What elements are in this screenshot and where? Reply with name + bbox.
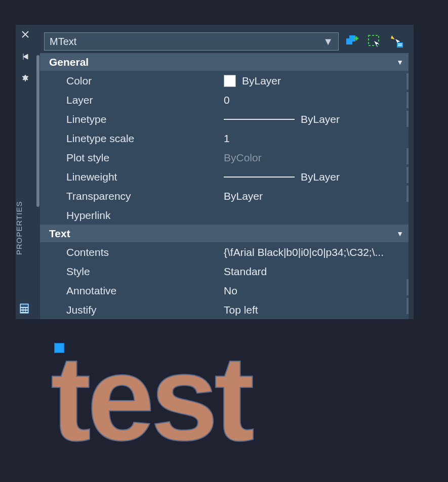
property-value[interactable]: ByLayer	[223, 113, 409, 125]
property-value[interactable]: 1	[223, 133, 409, 145]
svg-rect-3	[397, 42, 403, 48]
property-row[interactable]: Lineweight ByLayer	[40, 167, 409, 186]
property-value[interactable]: ByLayer	[223, 190, 409, 202]
group-title: Text	[49, 228, 70, 240]
group-general: Color ByLayer Layer 0 Linetype ByLayer L…	[40, 71, 409, 225]
group-header-general[interactable]: General ▼	[40, 53, 409, 71]
property-label: Layer	[40, 94, 223, 106]
property-value-text: 1	[224, 133, 230, 145]
property-value[interactable]: 0	[223, 94, 409, 106]
quick-select-icon[interactable]	[388, 33, 405, 50]
object-type-selector[interactable]: MText ▼	[44, 32, 339, 51]
svg-rect-5	[21, 304, 28, 307]
settings-icon[interactable]	[20, 73, 31, 84]
object-type-label: MText	[50, 36, 76, 48]
property-label: Justify	[40, 304, 223, 316]
property-value-text: 0	[224, 94, 230, 106]
palette-sidebar	[16, 25, 35, 319]
property-row[interactable]: Annotative No	[40, 281, 409, 300]
svg-rect-7	[23, 308, 25, 310]
property-row[interactable]: Linetype scale 1	[40, 128, 409, 148]
property-row[interactable]: Contents {\fArial Black|b0|i0|c0|p34;\C3…	[40, 242, 409, 261]
pickadd-icon[interactable]	[344, 33, 361, 50]
property-row[interactable]: Style Standard	[40, 261, 409, 281]
panel-body: MText ▼	[40, 30, 409, 319]
property-row[interactable]: Plot style ByColor	[40, 148, 409, 167]
property-value-text: Top left	[224, 304, 258, 316]
scrollbar[interactable]	[36, 55, 39, 207]
property-label: Plot style	[40, 152, 223, 164]
group-title: General	[49, 56, 89, 68]
svg-rect-10	[23, 311, 25, 312]
property-row[interactable]: Layer 0	[40, 90, 409, 109]
property-value-text: ByLayer	[224, 190, 263, 202]
property-value[interactable]: Top left	[223, 304, 409, 316]
chevron-down-icon: ▼	[323, 36, 333, 48]
property-value[interactable]: No	[223, 285, 409, 297]
property-label: Transparency	[40, 190, 223, 202]
quickcalc-icon[interactable]	[19, 303, 30, 314]
property-label: Style	[40, 266, 223, 278]
properties-palette: MText ▼	[16, 25, 414, 319]
property-row[interactable]: Justify Top left	[40, 300, 409, 319]
svg-rect-11	[26, 311, 28, 312]
autohide-icon[interactable]	[20, 51, 31, 62]
property-value-text: ByColor	[224, 152, 262, 164]
property-value[interactable]: ByLayer	[223, 171, 409, 183]
property-label: Contents	[40, 246, 223, 258]
property-label: Color	[40, 75, 223, 87]
property-value-text: ByLayer	[242, 75, 281, 87]
property-row[interactable]: Color ByLayer	[40, 71, 409, 90]
property-value[interactable]: Standard	[223, 266, 409, 278]
property-row[interactable]: Linetype ByLayer	[40, 109, 409, 128]
chevron-down-icon: ▼	[396, 58, 403, 66]
lineweight-sample-icon	[224, 177, 295, 178]
property-value-text: Standard	[224, 266, 267, 278]
property-label: Hyperlink	[40, 209, 223, 222]
chevron-down-icon: ▼	[396, 230, 403, 238]
svg-rect-9	[21, 311, 23, 312]
svg-rect-6	[21, 308, 23, 310]
property-label: Annotative	[40, 285, 223, 297]
select-objects-icon[interactable]	[366, 33, 383, 50]
mtext-content: test	[51, 346, 251, 450]
property-value-text: ByLayer	[301, 113, 340, 125]
property-value-text: No	[224, 285, 237, 297]
property-label: Linetype scale	[40, 133, 223, 145]
linetype-sample-icon	[224, 119, 295, 120]
property-value-text: {\fArial Black|b0|i0|c0|p34;\C32;\...	[224, 246, 384, 258]
group-header-text[interactable]: Text ▼	[40, 225, 409, 242]
property-row[interactable]: Transparency ByLayer	[40, 186, 409, 205]
property-value[interactable]: {\fArial Black|b0|i0|c0|p34;\C32;\...	[223, 246, 409, 258]
property-row[interactable]: Hyperlink	[40, 205, 409, 225]
svg-rect-8	[26, 308, 28, 310]
panel-title: PROPERTIES	[15, 201, 23, 255]
toolbar: MText ▼	[40, 30, 409, 53]
property-value[interactable]: ByLayer	[223, 75, 409, 87]
group-text: Contents {\fArial Black|b0|i0|c0|p34;\C3…	[40, 242, 409, 319]
color-swatch-icon	[224, 75, 236, 87]
property-value-text: ByLayer	[301, 171, 340, 183]
property-label: Linetype	[40, 113, 223, 125]
mtext-object[interactable]: test	[51, 346, 251, 450]
property-value: ByColor	[223, 152, 409, 164]
property-label: Lineweight	[40, 171, 223, 183]
close-icon[interactable]	[20, 29, 31, 40]
